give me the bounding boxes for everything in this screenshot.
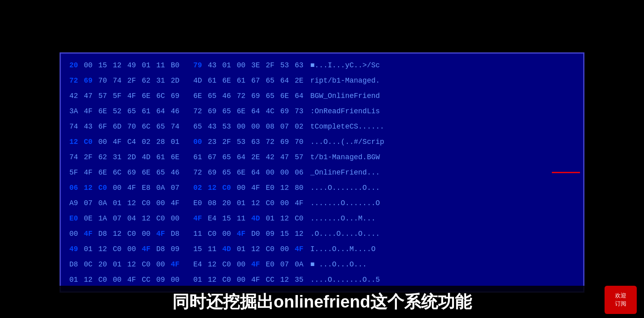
ascii-text: ■ ...O...O... [306,260,578,268]
hex-cell: 47 [81,92,95,100]
hex-cell: 20 [95,260,110,268]
hex-cell: C0 [95,276,110,284]
hex-cell: 65 [219,168,234,177]
hex-cell: 47 [277,153,292,161]
ascii-text: _OnlineFriend... [306,168,578,177]
hex-cell: 53 [219,123,234,131]
hex-cell: 12 [277,214,292,222]
hex-cell: 49 [124,61,139,69]
hex-cell: 6E [95,168,110,177]
hex-cell: 65 [153,168,168,177]
hex-cell: 20 [219,199,234,207]
hex-cell: 49 [66,245,81,253]
badge-line1: 欢迎 [615,292,626,300]
hex-cell: 65 [205,92,219,100]
hex-cell: 72 [234,92,248,100]
hex-cell: 00 [81,61,95,69]
hex-cell: 07 [277,260,292,268]
hex-cell: 4F [153,230,168,238]
hex-cell: 12 [205,184,219,192]
hex-cell: 64 [292,92,306,100]
hex-cell: 74 [168,123,182,131]
hex-cell: 4F [139,245,153,253]
hex-cell: 4F [292,199,306,207]
hex-cell: 35 [292,276,306,284]
hex-cell: 6E [95,107,110,115]
hex-cell: 57 [95,92,110,100]
ascii-text: tCompleteCS...... [306,123,578,131]
hex-cell: 6E [234,107,248,115]
hex-cell: E0 [190,199,205,207]
hex-cell: 12 [81,276,95,284]
hex-cell: 15 [190,245,205,253]
hex-row: 0612C0004FE80A070212C0004FE01280....O...… [66,180,578,195]
hex-cell: CC [263,276,277,284]
hex-cell: 0A [95,199,110,207]
hex-cell: E0 [263,260,277,268]
hex-cell: 64 [277,77,292,85]
welcome-badge: 欢迎 订阅 [605,286,637,314]
hex-cell: 00 [110,276,124,284]
hex-cell: 72 [190,107,205,115]
hex-cell: 1A [95,214,110,222]
ascii-text: ript/b1-Managed. [306,77,578,85]
hex-cell: 69 [168,92,182,100]
hex-cell: 00 [168,214,182,222]
hex-cell: 12 [292,230,306,238]
hex-cell: 08 [205,199,219,207]
hex-cell: 4D [219,245,234,253]
hex-cell: 2F [263,61,277,69]
hex-cell: 12 [277,184,292,192]
hex-cell: D0 [248,230,263,238]
hex-cell: 12 [139,214,153,222]
hex-cell: C0 [81,138,95,146]
hex-cell: 6C [153,92,168,100]
hex-cell: 15 [95,61,110,69]
ascii-text: I....O...M....O [306,245,578,253]
hex-cell: 0C [81,260,95,268]
hex-cell: 53 [234,138,248,146]
hex-cell: 01 [139,61,153,69]
hex-cell: 12 [81,184,95,192]
hex-cell: 61 [139,107,153,115]
hex-cell: 12 [205,276,219,284]
hex-cell: C0 [153,214,168,222]
hex-cell: 4F [110,138,124,146]
hex-cell: 2E [248,153,263,161]
hex-cell: C0 [219,276,234,284]
ascii-text: ■...I...yC..>/Sc [306,61,578,69]
hex-cell: 62 [95,153,110,161]
hex-row: 0112C0004FCC09000112C0004FCC1235....O...… [66,272,578,287]
hex-cell: 12 [110,61,124,69]
hex-cell: 42 [66,92,81,100]
hex-row: 4247575F4F6E6C696E65467269656E64BGW_Onli… [66,88,578,104]
hex-cell: 61 [205,77,219,85]
hex-cell: 12 [124,199,139,207]
hex-cell: 15 [277,230,292,238]
hex-cell: 00 [277,168,292,177]
hex-cell: 69 [205,107,219,115]
hex-cell: 70 [124,123,139,131]
hex-cell: 5F [110,92,124,100]
hex-cell: 12 [95,245,110,253]
hex-cell: 46 [168,107,182,115]
hex-cell: 65 [124,107,139,115]
hex-cell: 69 [248,92,263,100]
hex-cell: 0A [292,260,306,268]
hex-cell: 4D [190,77,205,85]
hex-cell: 4F [81,230,95,238]
ascii-text: .......O...M... [306,214,578,222]
hex-cell: 74 [110,77,124,85]
hex-cell: 61 [153,153,168,161]
hex-cell: 00 [139,230,153,238]
hex-cell: 28 [153,138,168,146]
hex-cell: 57 [292,153,306,161]
ascii-text: ...O...(..#/Scrip [306,138,578,146]
hex-cell: 70 [292,138,306,146]
hex-cell: 01 [219,61,234,69]
hex-cell: 0A [153,184,168,192]
hex-cell: 72 [263,138,277,146]
hex-cell: C0 [219,184,234,192]
hex-cell: 4F [124,184,139,192]
hex-cell: 65 [153,123,168,131]
